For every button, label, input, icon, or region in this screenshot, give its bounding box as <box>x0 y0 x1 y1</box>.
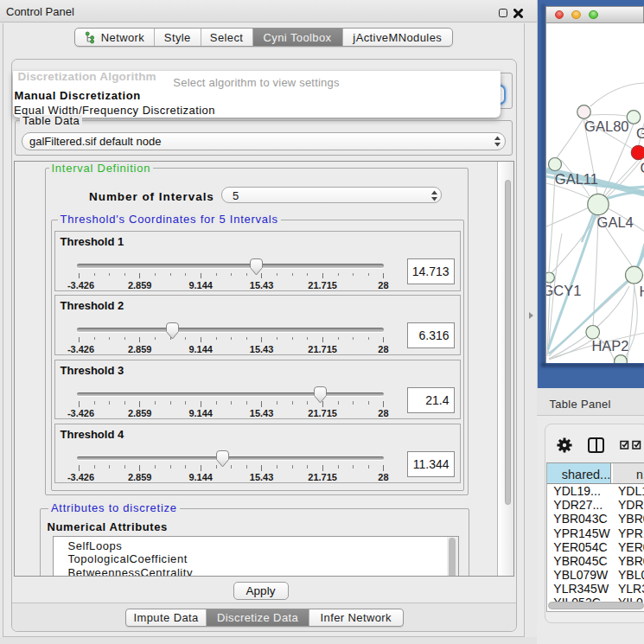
svg-text:HAP2: HAP2 <box>591 338 628 354</box>
svg-text:GAL11: GAL11 <box>555 171 598 187</box>
svg-text:C: C <box>641 160 644 175</box>
svg-text:GAL80: GAL80 <box>584 118 628 134</box>
svg-text:GA: GA <box>636 125 644 141</box>
svg-text:GCY1: GCY1 <box>546 283 581 298</box>
svg-text:GAL4: GAL4 <box>597 214 634 230</box>
svg-text:H: H <box>640 284 644 299</box>
